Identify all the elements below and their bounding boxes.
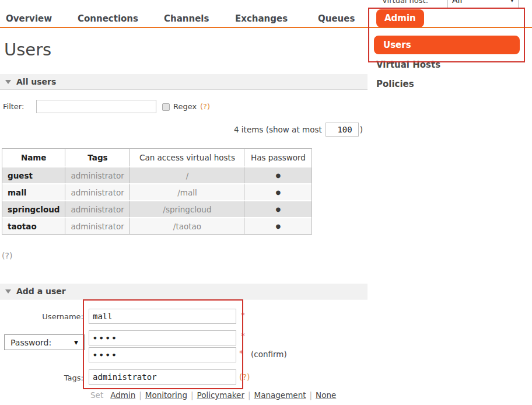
col-tags: Tags [65,149,130,166]
password-field[interactable] [89,330,236,345]
password-select-label: Password: [10,338,51,347]
table-row: guest administrator / ● [2,166,312,183]
virtual-host-value: All [452,0,462,5]
chevron-down-icon: ▼ [510,0,514,3]
user-name-link[interactable]: mall [2,183,65,200]
filter-input[interactable] [36,100,156,113]
password-type-select[interactable]: Password: ▼ [4,334,85,350]
items-count-row: 4 items (show at most ) [146,122,363,137]
rabbitmq-admin-users-page: Virtual host: All ▼ Overview Connections… [0,0,532,405]
table-help-link[interactable]: (?) [2,251,12,260]
set-link-management[interactable]: Management [254,390,306,400]
user-vhosts: / [130,166,244,183]
col-vhosts: Can access virtual hosts [130,149,244,166]
table-row: springcloud administrator /springcloud ● [2,200,312,217]
table-header-row: Name Tags Can access virtual hosts Has p… [2,149,312,166]
users-table: Name Tags Can access virtual hosts Has p… [2,148,312,235]
tab-admin[interactable]: Admin [376,9,424,27]
section-title: All users [16,77,56,86]
virtual-host-select[interactable]: All ▼ [447,0,519,8]
user-tags: administrator [65,166,130,183]
tab-overview[interactable]: Overview [6,13,52,24]
username-label: Username: [0,312,83,321]
tags-help-link[interactable]: (?) [239,372,250,382]
separator: | [191,390,194,400]
page-title: Users [4,40,51,60]
user-name-link[interactable]: guest [2,166,65,183]
col-has-password: Has password [244,149,312,166]
table-row: taotao administrator /taotao ● [2,217,312,234]
set-label: Set [90,390,103,400]
user-vhosts: /mall [130,183,244,200]
tags-field[interactable] [89,369,236,385]
tab-connections[interactable]: Connections [78,13,138,24]
tab-channels[interactable]: Channels [164,13,209,24]
has-password-dot: ● [244,217,312,234]
user-tags: administrator [65,183,130,200]
set-link-policymaker[interactable]: Policymaker [197,390,244,400]
required-asterisk: * [241,310,245,320]
show-at-most-input[interactable] [326,123,359,137]
separator: | [309,390,312,400]
regex-checkbox[interactable] [162,103,170,111]
user-vhosts: /springcloud [130,200,244,217]
user-tags: administrator [65,217,130,234]
sidebar-item-virtual-hosts[interactable]: Virtual Hosts [376,60,440,70]
regex-label: Regex [173,102,197,111]
set-link-monitoring[interactable]: Monitoring [145,390,187,400]
tag-shortcut-row: SetAdmin|Monitoring|Policymaker|Manageme… [90,390,336,400]
sidebar-item-users[interactable]: Users [374,36,520,54]
set-link-none[interactable]: None [316,390,336,400]
section-header-all-users[interactable]: All users [0,74,368,90]
has-password-dot: ● [244,166,312,183]
username-field[interactable] [89,309,236,324]
has-password-dot: ● [244,183,312,200]
table-row: mall administrator /mall ● [2,183,312,200]
virtual-host-label: Virtual host: [382,0,428,5]
collapse-triangle-icon [5,80,11,84]
user-tags: administrator [65,200,130,217]
tab-queues[interactable]: Queues [318,13,355,24]
nav-underline [0,27,532,28]
collapse-triangle-icon [5,289,11,294]
user-vhosts: /taotao [130,217,244,234]
regex-help-link[interactable]: (?) [200,102,210,111]
separator: | [248,390,251,400]
user-name-link[interactable]: taotao [2,217,65,234]
items-count-suffix: ) [360,125,363,134]
user-name-link[interactable]: springcloud [2,200,65,217]
section-title: Add a user [16,287,66,296]
required-asterisk: * [239,348,243,358]
tags-label: Tags: [0,373,83,382]
filter-label: Filter: [3,102,24,111]
separator: | [139,390,142,400]
confirm-hint: (confirm) [251,350,287,359]
has-password-dot: ● [244,200,312,217]
items-count-text: 4 items (show at most [234,125,322,134]
required-asterisk: * [241,331,245,340]
section-header-add-user[interactable]: Add a user [0,284,368,299]
password-confirm-field[interactable] [89,347,236,362]
col-name: Name [2,149,65,166]
tab-exchanges[interactable]: Exchanges [235,13,288,24]
set-link-admin[interactable]: Admin [110,390,135,400]
sidebar-item-policies[interactable]: Policies [376,79,414,89]
chevron-down-icon: ▼ [74,340,78,345]
